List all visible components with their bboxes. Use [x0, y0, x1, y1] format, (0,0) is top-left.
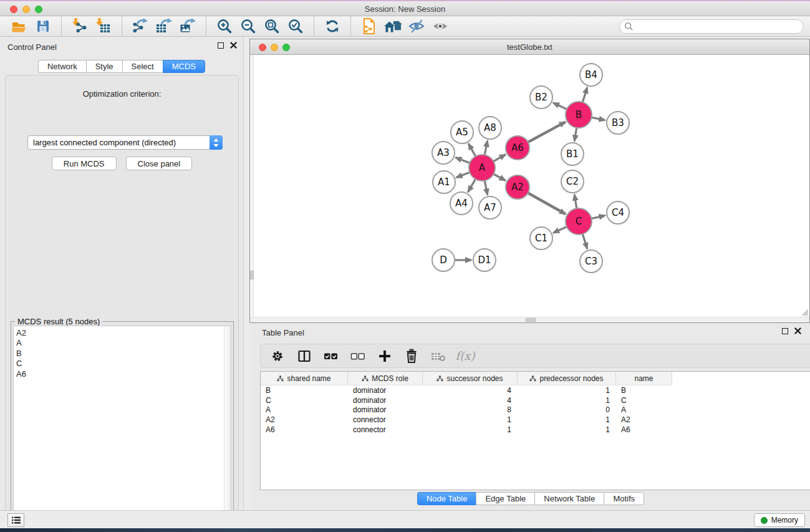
graph-node-B[interactable]: B — [566, 102, 592, 128]
table-row[interactable]: A6connector11A6 — [261, 425, 810, 435]
search-icon — [624, 22, 634, 31]
function-builder-icon: f(x) — [457, 348, 473, 364]
graph-node-A2[interactable]: A2 — [506, 175, 529, 199]
graph-node-D[interactable]: D — [432, 249, 455, 271]
column-header-MCDS-role[interactable]: MCDS role — [348, 372, 423, 385]
network-file-icon[interactable] — [359, 17, 380, 36]
graph-node-A5[interactable]: A5 — [451, 121, 473, 143]
network-window-titlebar[interactable]: testGlobe.txt — [250, 39, 809, 55]
list-item[interactable]: C — [16, 359, 231, 369]
search-input[interactable] — [634, 21, 803, 32]
open-file-icon[interactable] — [9, 17, 30, 36]
table-row[interactable]: A2connector11A2 — [261, 415, 810, 425]
table-cell: connector — [348, 415, 423, 424]
tab-node-table[interactable]: Node Table — [417, 492, 476, 505]
refresh-icon[interactable] — [322, 17, 343, 36]
import-network-icon[interactable] — [69, 17, 90, 36]
tab-motifs[interactable]: Motifs — [604, 492, 644, 505]
close-panel-button[interactable]: Close panel — [126, 157, 193, 170]
deselect-all-icon[interactable] — [350, 348, 366, 364]
graph-node-C[interactable]: C — [566, 208, 592, 235]
table-row[interactable]: Cdominator41C — [261, 395, 810, 405]
graph-node-C3[interactable]: C3 — [580, 250, 602, 273]
save-session-icon[interactable] — [32, 17, 54, 36]
float-panel-icon[interactable] — [218, 42, 224, 49]
memory-button[interactable]: Memory — [754, 513, 805, 527]
columns-icon[interactable] — [296, 348, 312, 364]
h-scroll-thumb[interactable] — [526, 318, 536, 322]
graph-node-C2[interactable]: C2 — [561, 170, 584, 193]
memory-status-icon — [761, 517, 768, 524]
tab-mcds[interactable]: MCDS — [163, 60, 205, 73]
table-float-panel-icon[interactable] — [782, 328, 788, 334]
graph-node-A[interactable]: A — [469, 155, 495, 181]
tab-network[interactable]: Network — [38, 60, 86, 73]
export-network-icon[interactable] — [130, 17, 151, 36]
table-row[interactable]: Adominator80A — [261, 405, 810, 415]
tab-network-table[interactable]: Network Table — [534, 492, 604, 505]
delete-column-icon[interactable] — [403, 348, 420, 364]
table-row[interactable]: Bdominator41B — [261, 385, 810, 395]
control-panel-tabs: NetworkStyleSelectMCDS — [0, 60, 243, 73]
graph-node-A3[interactable]: A3 — [432, 142, 455, 164]
node-label: A7 — [484, 202, 496, 213]
v-scroll-thumb[interactable] — [250, 271, 254, 279]
task-history-button[interactable] — [7, 513, 24, 527]
task-list-icon — [11, 515, 22, 525]
column-label: successor nodes — [446, 374, 503, 383]
graph-node-B1[interactable]: B1 — [561, 143, 584, 165]
zoom-selected-icon[interactable] — [285, 17, 306, 36]
network-canvas[interactable]: AA1A3A5A8A4A7A6A2BB2B4B3B1CC2C1C3C4DD1 — [254, 55, 806, 317]
zoom-in-icon[interactable] — [214, 17, 235, 36]
show-graphics-icon[interactable] — [430, 17, 451, 36]
tab-style[interactable]: Style — [86, 60, 122, 73]
resize-grip-icon[interactable] — [800, 307, 809, 316]
graph-node-B3[interactable]: B3 — [607, 112, 629, 134]
zoom-out-icon[interactable] — [238, 17, 259, 36]
graph-node-B2[interactable]: B2 — [530, 86, 552, 109]
table-cell: C — [616, 396, 672, 405]
mcds-result-list[interactable]: A2ABCA6 — [13, 326, 231, 532]
select-all-icon[interactable] — [323, 348, 339, 364]
list-item[interactable]: A — [16, 338, 231, 348]
graph-node-A6[interactable]: A6 — [506, 136, 529, 160]
export-table-icon[interactable] — [153, 17, 175, 36]
houses-icon[interactable] — [382, 17, 403, 36]
table-cell: A — [616, 405, 672, 414]
list-item[interactable]: B — [16, 349, 231, 359]
result-scrollbar[interactable] — [224, 326, 231, 532]
column-header-successor-nodes[interactable]: successor nodes — [423, 372, 518, 385]
add-column-icon[interactable] — [377, 348, 393, 364]
column-header-predecessor-nodes[interactable]: predecessor nodes — [518, 372, 616, 385]
toolbar-separator — [206, 16, 206, 36]
zoom-fit-icon[interactable] — [261, 17, 282, 36]
column-header-shared-name[interactable]: shared name — [261, 372, 348, 385]
graph-node-B4[interactable]: B4 — [580, 64, 602, 86]
column-header-name[interactable]: name — [616, 372, 672, 385]
titlebar: Session: New Session — [0, 1, 810, 16]
graph-node-A1[interactable]: A1 — [433, 171, 455, 193]
close-panel-icon[interactable] — [230, 42, 237, 49]
node-table: shared nameMCDS rolesuccessor nodesprede… — [260, 371, 810, 490]
network-horizontal-scrollbar[interactable] — [250, 317, 809, 322]
export-image-icon[interactable] — [177, 17, 198, 36]
gear-icon[interactable] — [269, 348, 286, 364]
list-item[interactable]: A6 — [16, 369, 231, 379]
table-cell: 8 — [423, 405, 518, 414]
import-table-icon[interactable] — [93, 17, 114, 36]
criterion-dropdown[interactable]: largest connected component (directed) — [27, 135, 223, 150]
list-item[interactable]: A2 — [16, 328, 231, 338]
graph-node-A8[interactable]: A8 — [479, 117, 501, 139]
network-vertical-scrollbar[interactable] — [250, 55, 254, 317]
hide-graphics-icon[interactable] — [406, 17, 427, 36]
tab-edge-table[interactable]: Edge Table — [476, 492, 534, 505]
graph-node-D1[interactable]: D1 — [473, 249, 496, 271]
table-close-panel-icon[interactable] — [794, 327, 801, 334]
graph-node-A7[interactable]: A7 — [479, 196, 501, 219]
graph-node-C1[interactable]: C1 — [530, 227, 552, 249]
run-mcds-button[interactable]: Run MCDS — [52, 157, 117, 170]
search-box[interactable] — [619, 19, 804, 34]
tab-select[interactable]: Select — [122, 60, 163, 73]
graph-node-A4[interactable]: A4 — [450, 192, 473, 215]
graph-node-C4[interactable]: C4 — [607, 201, 629, 224]
